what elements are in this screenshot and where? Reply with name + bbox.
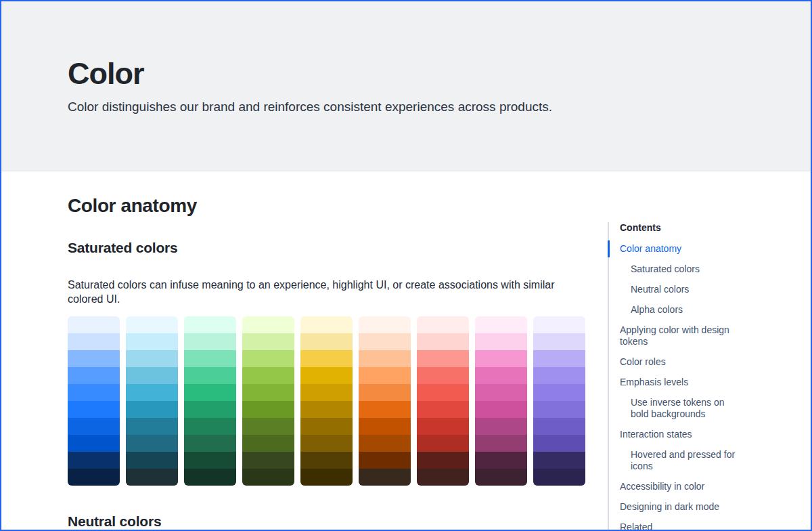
red-swatch-1000 (417, 469, 469, 486)
orange-swatch-100 (359, 316, 411, 333)
teal-swatch-800 (126, 435, 178, 452)
toc-link-interaction-states[interactable]: Interaction states (620, 429, 740, 440)
lime-swatch-200 (242, 333, 294, 350)
blue-swatch-700 (68, 418, 120, 435)
saturated-colors-description: Saturated colors can infuse meaning to a… (68, 278, 574, 306)
palette-column-green (184, 316, 236, 486)
green-swatch-600 (184, 401, 236, 418)
red-swatch-700 (417, 418, 469, 435)
magenta-swatch-300 (475, 350, 527, 367)
blue-swatch-1000 (68, 469, 120, 486)
table-of-contents: Contents Color anatomySaturated colorsNe… (608, 222, 740, 531)
red-swatch-200 (417, 333, 469, 350)
subsection-heading-neutral-colors: Neutral colors (68, 513, 597, 530)
page-subtitle: Color distinguishes our brand and reinfo… (68, 99, 811, 115)
teal-swatch-1000 (126, 469, 178, 486)
palette-column-red (417, 316, 469, 486)
palette-column-orange (359, 316, 411, 486)
orange-swatch-200 (359, 333, 411, 350)
blue-swatch-400 (68, 367, 120, 384)
content-area: Color anatomy Saturated colors Saturated… (1, 196, 811, 530)
lime-swatch-500 (242, 384, 294, 401)
palette-column-blue (68, 316, 120, 486)
red-swatch-600 (417, 401, 469, 418)
red-swatch-900 (417, 452, 469, 469)
red-swatch-500 (417, 384, 469, 401)
toc-link-alpha-colors[interactable]: Alpha colors (620, 304, 740, 316)
magenta-swatch-700 (475, 418, 527, 435)
green-swatch-700 (184, 418, 236, 435)
blue-swatch-600 (68, 401, 120, 418)
toc-link-color-anatomy[interactable]: Color anatomy (620, 243, 740, 255)
toc-link-hovered-and-pressed-for-icons[interactable]: Hovered and pressed for icons (620, 449, 740, 472)
yellow-swatch-600 (300, 401, 353, 418)
palette-column-purple (533, 316, 585, 486)
toc-heading: Contents (620, 222, 740, 233)
saturated-palette-grid (68, 316, 585, 486)
orange-swatch-600 (359, 401, 411, 418)
toc-link-designing-in-dark-mode[interactable]: Designing in dark mode (620, 501, 740, 513)
red-swatch-300 (417, 350, 469, 367)
green-swatch-100 (184, 316, 236, 333)
toc-link-use-inverse-tokens-on-bold-backgrounds[interactable]: Use inverse tokens on bold backgrounds (620, 397, 740, 420)
teal-swatch-700 (126, 418, 178, 435)
section-heading-color-anatomy: Color anatomy (68, 196, 597, 215)
teal-swatch-500 (126, 384, 178, 401)
yellow-swatch-100 (300, 316, 353, 333)
red-swatch-800 (417, 435, 469, 452)
palette-column-magenta (475, 316, 527, 486)
purple-swatch-500 (533, 384, 585, 401)
magenta-swatch-1000 (475, 469, 527, 486)
blue-swatch-300 (68, 350, 120, 367)
toc-link-accessibility-in-color[interactable]: Accessibility in color (620, 481, 740, 492)
palette-column-yellow (300, 316, 353, 486)
lime-swatch-300 (242, 350, 294, 367)
yellow-swatch-1000 (300, 469, 353, 486)
main-content: Color anatomy Saturated colors Saturated… (1, 196, 597, 530)
page-header: Color Color distinguishes our brand and … (1, 1, 811, 171)
green-swatch-400 (184, 367, 236, 384)
blue-swatch-200 (68, 333, 120, 350)
purple-swatch-100 (533, 316, 585, 333)
purple-swatch-900 (533, 452, 585, 469)
yellow-swatch-300 (300, 350, 353, 367)
toc-link-color-roles[interactable]: Color roles (620, 356, 740, 368)
green-swatch-500 (184, 384, 236, 401)
orange-swatch-1000 (359, 469, 411, 486)
purple-swatch-600 (533, 401, 585, 418)
lime-swatch-1000 (242, 469, 294, 486)
magenta-swatch-400 (475, 367, 527, 384)
toc-link-emphasis-levels[interactable]: Emphasis levels (620, 377, 740, 388)
magenta-swatch-100 (475, 316, 527, 333)
yellow-swatch-800 (300, 435, 353, 452)
toc-link-saturated-colors[interactable]: Saturated colors (620, 263, 740, 275)
green-swatch-200 (184, 333, 236, 350)
red-swatch-400 (417, 367, 469, 384)
purple-swatch-800 (533, 435, 585, 452)
orange-swatch-500 (359, 384, 411, 401)
red-swatch-100 (417, 316, 469, 333)
blue-swatch-900 (68, 452, 120, 469)
teal-swatch-900 (126, 452, 178, 469)
subsection-heading-saturated-colors: Saturated colors (68, 240, 597, 256)
green-swatch-300 (184, 350, 236, 367)
lime-swatch-400 (242, 367, 294, 384)
blue-swatch-500 (68, 384, 120, 401)
yellow-swatch-500 (300, 384, 353, 401)
purple-swatch-700 (533, 418, 585, 435)
orange-swatch-300 (359, 350, 411, 367)
teal-swatch-300 (126, 350, 178, 367)
teal-swatch-200 (126, 333, 178, 350)
magenta-swatch-600 (475, 401, 527, 418)
blue-swatch-800 (68, 435, 120, 452)
toc-link-neutral-colors[interactable]: Neutral colors (620, 284, 740, 295)
purple-swatch-200 (533, 333, 585, 350)
teal-swatch-100 (126, 316, 178, 333)
lime-swatch-800 (242, 435, 294, 452)
yellow-swatch-400 (300, 367, 353, 384)
toc-link-related[interactable]: Related (620, 522, 740, 531)
lime-swatch-600 (242, 401, 294, 418)
orange-swatch-700 (359, 418, 411, 435)
teal-swatch-400 (126, 367, 178, 384)
toc-link-applying-color-with-design-tokens[interactable]: Applying color with design tokens (620, 324, 740, 347)
